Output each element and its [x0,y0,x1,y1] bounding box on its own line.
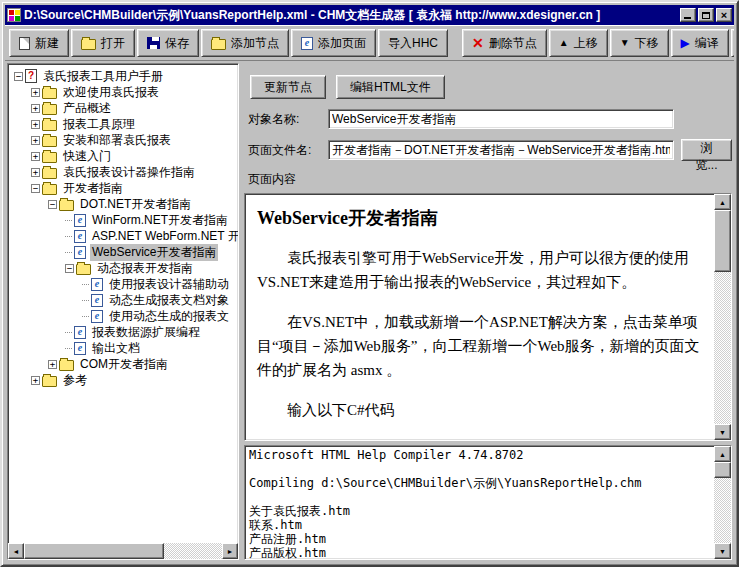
tree-item[interactable]: +袁氏报表设计器操作指南 [10,164,238,180]
expand-icon[interactable]: + [31,88,40,97]
tree-panel: −?袁氏报表工具用户手册+欢迎使用袁氏报表+产品概述+报表工具原理+安装和部署袁… [7,63,239,560]
tree-item[interactable]: −开发者指南 [10,180,238,196]
collapse-icon[interactable]: − [14,72,23,81]
expand-icon[interactable]: + [31,104,40,113]
toolbar-button-delete-node[interactable]: ✕删除节点 [462,29,547,57]
toolbar-button-compile[interactable]: ▶编译 [671,29,729,57]
tree-item[interactable]: +欢迎使用袁氏报表 [10,84,238,100]
page-icon: e [91,278,103,291]
tree-item-label: 袁氏报表设计器操作指南 [61,164,197,181]
tree-item[interactable]: eWebService开发者指南 [10,244,238,260]
page-icon: e [74,214,86,227]
toolbar-button-label: 打开 [101,35,125,52]
content-paragraph: 输入以下C#代码 [257,398,708,422]
detail-panel: 更新节点 编辑HTML文件 对象名称: 页面文件名: 浏览... 页面内容 We… [244,63,732,560]
scroll-up-button[interactable]: ▲ [714,194,731,210]
log-scrollbar-track[interactable] [714,478,731,543]
tree-item-label: 使用报表设计器辅助动 [107,276,231,293]
scroll-down-button[interactable]: ▼ [714,424,731,440]
horizontal-scrollbar-thumb[interactable] [24,543,164,559]
toolbar-button-move-down[interactable]: ▼下移 [610,29,669,57]
tree-item-label: 使用动态生成的报表文 [107,308,231,325]
expand-icon[interactable]: + [48,360,57,369]
tree-item[interactable]: +产品概述 [10,100,238,116]
expand-icon[interactable]: + [31,152,40,161]
tree-item-label: 动态生成报表文档对象 [107,292,231,309]
expand-icon[interactable]: + [31,168,40,177]
tree-item[interactable]: e动态生成报表文档对象 [10,292,238,308]
expand-icon[interactable]: + [31,376,40,385]
toolbar-button-move-up[interactable]: ▲上移 [549,29,608,57]
page-icon: e [91,294,103,307]
toolbar-button-label: 编译 [695,35,719,52]
expand-icon[interactable]: + [31,136,40,145]
topic-tree: −?袁氏报表工具用户手册+欢迎使用袁氏报表+产品概述+报表工具原理+安装和部署袁… [8,64,238,543]
toolbar-button-open[interactable]: 打开 [71,29,135,57]
log-scroll-up-button[interactable]: ▲ [714,446,731,462]
tree-item[interactable]: e使用动态生成的报表文 [10,308,238,324]
minimize-button[interactable] [680,8,696,22]
tree-item[interactable]: eWinForm.NET开发者指南 [10,212,238,228]
close-button[interactable]: × [716,8,732,22]
tree-item[interactable]: +报表工具原理 [10,116,238,132]
expand-icon[interactable]: + [31,120,40,129]
tree-item[interactable]: e输出文档 [10,340,238,356]
toolbar-button-add-node[interactable]: 添加节点 [201,29,289,57]
tree-item[interactable]: eASP.NET WebForm.NET 开 [10,228,238,244]
browse-button[interactable]: 浏览... [681,139,732,161]
tree-item[interactable]: −?袁氏报表工具用户手册 [10,68,238,84]
folder-icon [59,200,74,211]
content-paragraph: 袁氏报表引擎可用于WebService开发，用户可以很方便的使用VS.NET来建… [257,246,708,294]
toolbar-button-label: 上移 [574,35,598,52]
scroll-left-button[interactable]: ◄ [8,543,24,559]
toolbar-button-system[interactable]: 系统 [731,29,734,57]
tree-item[interactable]: +COM开发者指南 [10,356,238,372]
toolbar-button-label: 添加页面 [318,35,366,52]
content-heading: WebService开发者指南 [257,206,708,230]
content-vertical-scrollbar[interactable]: ▲ ▼ [714,194,731,440]
edit-html-button[interactable]: 编辑HTML文件 [336,75,445,99]
vertical-scrollbar-thumb[interactable] [714,210,731,272]
collapse-icon[interactable]: − [65,264,74,273]
folder-icon [211,39,226,50]
scroll-right-button[interactable]: ► [222,543,238,559]
collapse-icon[interactable]: − [31,184,40,193]
toolbar-button-import-hhc[interactable]: 导入HHC [378,29,448,57]
app-icon [7,8,21,22]
tree-item[interactable]: +安装和部署袁氏报表 [10,132,238,148]
window-title: D:\Source\CHMBuilder\示例\YuansReportHelp.… [24,7,677,24]
tree-item-label: 安装和部署袁氏报表 [61,132,173,149]
object-name-input[interactable] [328,109,674,129]
tree-item[interactable]: −动态报表开发指南 [10,260,238,276]
maximize-button[interactable] [698,8,714,22]
log-vertical-scrollbar[interactable]: ▲ ▼ [714,446,731,559]
collapse-icon[interactable]: − [48,200,57,209]
tree-item[interactable]: e报表数据源扩展编程 [10,324,238,340]
log-scroll-down-button[interactable]: ▼ [714,543,731,559]
tree-item[interactable]: +参考 [10,372,238,388]
toolbar-button-label: 删除节点 [489,35,537,52]
page-content-label: 页面内容 [248,171,732,188]
vertical-scrollbar-track[interactable] [714,272,731,424]
tree-horizontal-scrollbar[interactable]: ◄ ► [8,543,238,559]
update-node-button[interactable]: 更新节点 [250,75,326,99]
new-file-icon [19,37,30,50]
toolbar-separator [450,29,460,57]
toolbar-button-new[interactable]: 新建 [9,29,69,57]
tree-item[interactable]: +快速入门 [10,148,238,164]
tree-item[interactable]: e使用报表设计器辅助动 [10,276,238,292]
content-paragraphs: 袁氏报表引擎可用于WebService开发，用户可以很方便的使用VS.NET来建… [257,246,708,422]
tree-connector-line [65,348,72,349]
folder-icon [42,88,57,99]
tree-item[interactable]: −DOT.NET开发者指南 [10,196,238,212]
log-scrollbar-thumb[interactable] [714,462,731,478]
toolbar-button-save[interactable]: 保存 [137,29,199,57]
page-file-input[interactable] [328,140,674,160]
folder-icon [42,120,57,131]
ie-page-icon: e [301,37,313,50]
tree-item-label: 报表数据源扩展编程 [90,324,202,341]
horizontal-scrollbar-track[interactable] [164,543,222,559]
toolbar-button-add-page[interactable]: e添加页面 [291,29,376,57]
toolbar-button-label: 添加节点 [231,35,279,52]
close-icon: × [721,10,727,21]
